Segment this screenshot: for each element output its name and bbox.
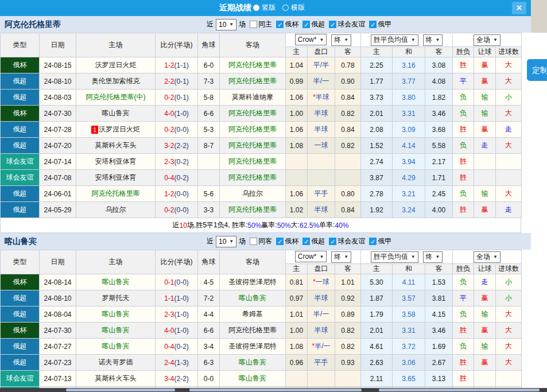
date-cell: 24-07-13 [40, 371, 76, 387]
column-header: 主场 [76, 250, 156, 274]
score-cell: 4-0(1-0) [156, 323, 198, 339]
result-cell: 负 [453, 106, 474, 122]
odds-home-cell [286, 154, 308, 170]
league-checkbox-2[interactable]: ✓ [329, 21, 336, 28]
table-row: 俄超24-08-04喀山鲁宾2-3(1-0)4-4希姆基1.01半/一0.891… [1, 306, 522, 323]
background-window-segment [379, 389, 540, 391]
radio-dot-icon [282, 5, 289, 11]
odds-company-select[interactable]: Crow*▼ [295, 34, 327, 45]
avg-home-cell: 1.52 [361, 138, 393, 154]
near-label: 近 [207, 20, 214, 29]
score-cell: 0-2(0-1) [156, 90, 198, 106]
half-score: (0-2) [174, 174, 189, 182]
handicap-value: 半球 [315, 125, 328, 133]
close-button[interactable]: × [512, 2, 526, 14]
handicap-result-cell: 赢 [474, 290, 496, 306]
handicap-value: 半球 [315, 326, 328, 334]
home-team-name: 喀山鲁宾 [102, 278, 130, 286]
scope-select[interactable]: 全场▼ [474, 251, 501, 263]
away-team-name: 喀山鲁宾 [239, 294, 266, 302]
background-window-segment [189, 389, 362, 391]
goals-result-cell: 大 [496, 186, 522, 202]
odds-away-cell: 1.01 [335, 274, 361, 290]
league-checkbox-1[interactable]: ✓ [302, 21, 310, 28]
date-cell: 24-07-14 [40, 154, 76, 170]
league-checkbox-2[interactable]: ✓ [329, 238, 336, 245]
avg-final-select[interactable]: 终▼ [423, 251, 443, 263]
goals-result-cell [496, 170, 522, 186]
odds-final-select[interactable]: 终▼ [331, 34, 351, 46]
subcolumn-header: 让球 [474, 264, 496, 274]
avg-odds-select[interactable]: 胜平负均值▼ [371, 251, 418, 263]
result-cell: 平 [453, 290, 474, 306]
same-venue-checkbox[interactable] [250, 21, 257, 28]
league-checkbox-3[interactable]: ✓ [369, 21, 377, 28]
away-team-cell: 阿克伦托格里蒂 [220, 170, 286, 186]
league-checkbox-0[interactable]: ✓ [276, 21, 284, 28]
goals-result-cell: 大 [496, 339, 522, 355]
subcolumn-header: 客 [335, 264, 361, 274]
home-team-name: 乌拉尔 [106, 205, 126, 214]
away-team-cell: 阿克伦托格里蒂 [220, 154, 286, 170]
home-team-name: 奥伦堡加索维克 [92, 77, 140, 85]
half-score: (1-1) [174, 61, 189, 69]
league-checkbox-3[interactable]: ✓ [369, 238, 377, 245]
full-score: 4-0 [164, 110, 174, 118]
away-team-cell: 阿克伦托格里蒂 [220, 57, 286, 73]
subcolumn-header: 和 [393, 264, 425, 274]
avg-draw-cell: 3.80 [393, 90, 425, 106]
goals-result-cell: 大 [496, 106, 522, 122]
select-value: 终 [426, 35, 433, 45]
league-checkbox-label: 球会友谊 [337, 20, 365, 29]
score-cell: 1-2(1-1) [156, 57, 198, 73]
odds-away-cell: 0.93 [335, 355, 361, 371]
games-count-select[interactable]: 10▼ [216, 19, 236, 30]
corner-cell: 8-7 [198, 138, 220, 154]
avg-home-cell: 5.30 [361, 274, 393, 290]
select-value: 全场 [476, 35, 490, 45]
avg-draw-cell: 3.09 [393, 122, 425, 138]
view-mode-radio-0[interactable]: 竖版 [253, 3, 276, 13]
away-team-name: 阿克伦托格里蒂 [228, 205, 277, 214]
customize-button[interactable]: 定制 [527, 59, 547, 81]
league-cell: 俄超 [1, 339, 40, 355]
avg-away-cell: 2.17 [425, 154, 453, 170]
away-team-cell: 阿克伦托格里蒂 [220, 138, 286, 154]
handicap-result-cell: 赢 [474, 202, 496, 218]
scope-select[interactable]: 全场▼ [474, 34, 501, 46]
header-row: 类型日期主场比分(半场)角球客场Crow*▼终▼胜平负均值▼终▼全场▼ [1, 33, 522, 47]
odds-company-select[interactable]: Crow*▼ [295, 251, 327, 262]
column-header: 角球 [198, 250, 220, 274]
avg-odds-select[interactable]: 胜平负均值▼ [371, 34, 418, 46]
same-venue-checkbox[interactable] [250, 238, 257, 245]
results-table-0: 类型日期主场比分(半场)角球客场Crow*▼终▼胜平负均值▼终▼全场▼主盘口客主… [0, 33, 522, 218]
column-header: 日期 [40, 250, 76, 274]
subcolumn-header: 盘口 [308, 264, 335, 274]
games-count-select[interactable]: 10▼ [216, 236, 236, 247]
home-team-cell: 莫斯科火车头 [76, 371, 156, 387]
league-checkbox-1[interactable]: ✓ [302, 238, 310, 245]
home-team-cell: 1沃罗涅日火炬 [76, 122, 156, 138]
table-row: 俄超24-07-23诺夫哥罗德2-4(1-3)6-3喀山鲁宾0.96平手0.93… [1, 355, 522, 371]
avg-final-select[interactable]: 终▼ [423, 34, 443, 46]
league-checkbox-0[interactable]: ✓ [276, 238, 284, 245]
goals-result-cell: 大 [496, 57, 522, 73]
odds-final-select[interactable]: 终▼ [331, 251, 351, 263]
radio-label: 横版 [291, 3, 305, 13]
subcolumn-header: 客 [425, 264, 453, 274]
avg-draw-cell: 3.24 [393, 202, 425, 218]
odds-away-cell: 0.92 [335, 290, 361, 306]
select-value: 10 [219, 21, 226, 29]
home-team-name: 安塔利亚体育 [95, 157, 137, 165]
handicap-value: 一球 [315, 141, 328, 149]
result-cell: 胜 [453, 371, 474, 387]
corner-cell: 0-0 [198, 371, 220, 387]
away-team-cell: 阿克伦托格里蒂 [220, 323, 286, 339]
avg-home-cell: 2.01 [361, 323, 393, 339]
away-team-name: 喀山鲁宾 [239, 374, 266, 382]
handicap-cell: 半球 [308, 106, 335, 122]
radio-label: 竖版 [262, 3, 276, 13]
date-cell: 24-08-03 [40, 90, 76, 106]
result-cell: 负 [453, 186, 474, 202]
view-mode-radio-1[interactable]: 横版 [282, 3, 305, 13]
